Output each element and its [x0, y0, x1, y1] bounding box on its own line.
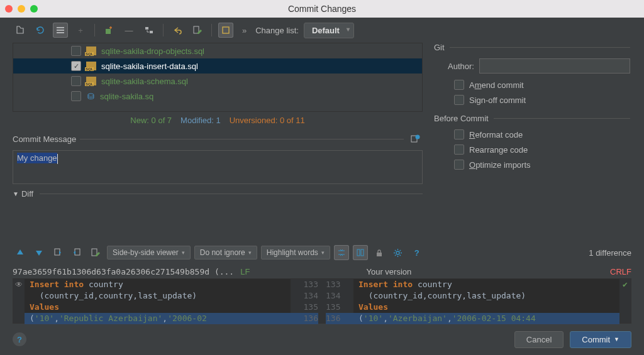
- svg-rect-10: [55, 249, 60, 255]
- commit-message-text: My change: [17, 153, 57, 163]
- file-name-label: sqlite-sakila-drop-objects.sql: [101, 46, 204, 56]
- status-modified: Modified: 1: [180, 116, 221, 125]
- diff-section-header[interactable]: ▼ Diff: [13, 189, 423, 199]
- svg-rect-7: [223, 27, 229, 33]
- optimize-checkbox[interactable]: [454, 160, 464, 170]
- author-label: Author:: [448, 62, 474, 71]
- file-name-label: sqlite-sakila-insert-data.sql: [101, 62, 198, 71]
- prev-file-icon[interactable]: [50, 245, 65, 260]
- cancel-button[interactable]: Cancel: [514, 331, 564, 348]
- file-checkbox[interactable]: [71, 46, 81, 56]
- svg-rect-1: [57, 30, 64, 31]
- optimize-label: Optimize imports: [469, 160, 531, 170]
- close-window-button[interactable]: [5, 5, 13, 13]
- sql-file-icon: [86, 77, 96, 85]
- eye-icon: 👁: [15, 279, 23, 290]
- minimize-window-button[interactable]: [18, 5, 25, 13]
- collapse-unchanged-icon[interactable]: [334, 245, 349, 260]
- edit-source-icon[interactable]: [190, 23, 205, 38]
- help-icon[interactable]: ?: [13, 332, 26, 346]
- diff-right-label: Your version: [366, 267, 411, 276]
- diff-left-encoding: LF: [240, 267, 250, 276]
- svg-rect-3: [106, 29, 111, 34]
- sql-file-icon: [86, 46, 96, 55]
- preview-diff-icon[interactable]: [218, 23, 233, 38]
- remove-changelist-icon[interactable]: —: [121, 23, 136, 38]
- file-tree[interactable]: sqlite-sakila-drop-objects.sql✓sqlite-sa…: [13, 43, 423, 112]
- revert-icon[interactable]: [170, 23, 185, 38]
- check-icon: ✔: [623, 279, 628, 290]
- dialog-footer: ? Cancel Commit▼: [0, 324, 644, 355]
- file-row[interactable]: sqlite-sakila-drop-objects.sql: [13, 43, 422, 58]
- commit-message-label: Commit Message: [13, 134, 76, 144]
- gear-icon[interactable]: [391, 245, 406, 260]
- move-changelist-icon[interactable]: [142, 23, 157, 38]
- svg-rect-4: [145, 27, 148, 30]
- viewer-mode-dropdown[interactable]: Side-by-side viewer: [107, 246, 191, 259]
- diff-section-label: Diff: [21, 189, 33, 199]
- diff-left-pane[interactable]: Insert into country (country_id,country,…: [25, 279, 291, 323]
- maximize-window-button[interactable]: [30, 5, 38, 13]
- diff-toolbar: Side-by-side viewer Do not ignore Highli…: [13, 241, 631, 265]
- status-new: New: 0 of 7: [130, 116, 172, 125]
- changes-toolbar: + — » Change list: Default: [0, 18, 644, 43]
- history-icon[interactable]: [408, 131, 423, 146]
- highlight-mode-dropdown[interactable]: Highlight words: [261, 246, 330, 259]
- file-checkbox[interactable]: ✓: [71, 61, 81, 71]
- new-changelist-icon[interactable]: [101, 23, 116, 38]
- status-unversioned: Unversioned: 0 of 11: [230, 116, 305, 125]
- window-title: Commit Changes: [288, 4, 356, 14]
- svg-rect-14: [361, 249, 364, 256]
- diff-right-pane[interactable]: Insert into country (country_id,country,…: [353, 279, 619, 323]
- file-name-label: sqlite-sakila.sq: [100, 92, 153, 101]
- svg-rect-2: [57, 32, 64, 33]
- commit-message-input[interactable]: My change: [13, 150, 423, 184]
- reformat-label: Reformat code: [469, 130, 523, 139]
- rearrange-label: Rearrange code: [469, 145, 528, 155]
- sql-file-icon: [86, 62, 96, 70]
- svg-rect-5: [150, 31, 153, 33]
- next-diff-icon[interactable]: [31, 245, 47, 260]
- show-diff-icon[interactable]: [13, 23, 28, 38]
- help-diff-icon[interactable]: ?: [409, 245, 425, 260]
- file-row[interactable]: sqlite-sakila-schema.sql: [13, 74, 422, 89]
- expand-all-icon[interactable]: +: [73, 23, 88, 38]
- git-section-header: Git: [434, 43, 630, 52]
- file-row[interactable]: ⛁sqlite-sakila.sq: [13, 89, 422, 104]
- svg-rect-0: [57, 27, 64, 28]
- diff-viewer[interactable]: 👁 Insert into country (country_id,countr…: [13, 278, 631, 324]
- svg-point-16: [396, 251, 399, 254]
- prev-diff-icon[interactable]: [13, 245, 28, 260]
- file-row[interactable]: ✓sqlite-sakila-insert-data.sql: [13, 58, 422, 74]
- diff-count-label: 1 difference: [589, 248, 631, 258]
- amend-label: Amend commit: [469, 80, 524, 90]
- window-titlebar: Commit Changes: [0, 0, 644, 18]
- amend-checkbox[interactable]: [454, 80, 464, 90]
- rearrange-checkbox[interactable]: [454, 145, 464, 155]
- author-input[interactable]: [479, 58, 630, 74]
- commit-message-header: Commit Message: [13, 131, 423, 146]
- file-checkbox[interactable]: [71, 76, 81, 86]
- change-list-label: Change list:: [255, 26, 299, 35]
- lock-icon[interactable]: [372, 245, 387, 260]
- ignore-mode-dropdown[interactable]: Do not ignore: [194, 246, 257, 259]
- reformat-checkbox[interactable]: [454, 129, 464, 139]
- commit-button[interactable]: Commit▼: [570, 331, 631, 348]
- change-list-dropdown[interactable]: Default: [304, 23, 354, 38]
- group-by-icon[interactable]: [53, 23, 68, 38]
- svg-rect-11: [75, 249, 80, 255]
- sync-scroll-icon[interactable]: [353, 245, 368, 260]
- svg-rect-15: [377, 253, 382, 256]
- svg-point-9: [416, 135, 420, 139]
- svg-rect-13: [357, 249, 360, 256]
- file-name-label: sqlite-sakila-schema.sql: [101, 77, 188, 86]
- before-commit-section-header: Before Commit: [434, 114, 630, 123]
- signoff-checkbox[interactable]: [454, 95, 464, 105]
- signoff-label: Sign-off commit: [469, 96, 526, 105]
- file-checkbox[interactable]: [71, 91, 81, 101]
- refresh-icon[interactable]: [33, 23, 48, 38]
- edit-diff-icon[interactable]: [88, 245, 103, 260]
- file-status-row: New: 0 of 7 Modified: 1 Unversioned: 0 o…: [13, 112, 423, 128]
- database-icon: ⛁: [86, 92, 95, 101]
- next-file-icon[interactable]: [69, 245, 84, 260]
